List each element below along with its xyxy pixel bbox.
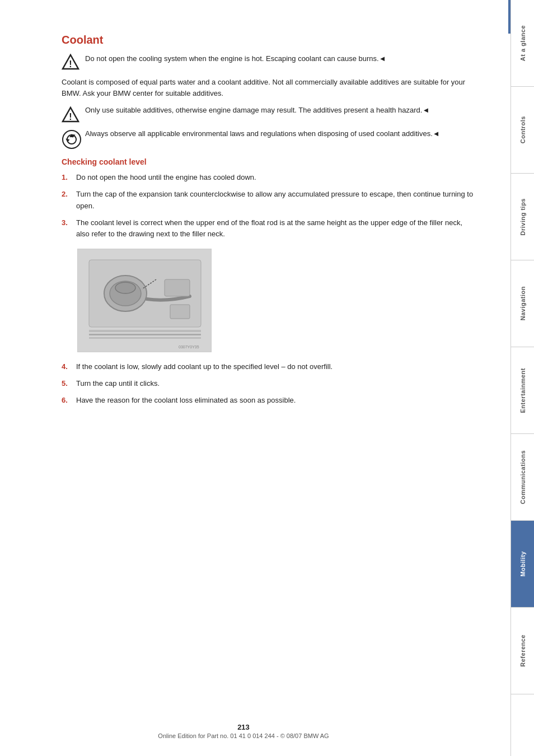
main-content: Coolant ! Do not open the cooling system… xyxy=(0,0,510,756)
warning-text-3: Always observe all applicable environmen… xyxy=(85,129,440,138)
sidebar-tab-label-navigation: Navigation xyxy=(519,286,526,320)
step-text-2: Turn the cap of the expansion tank count… xyxy=(76,189,477,211)
svg-rect-11 xyxy=(165,279,190,296)
sidebar-tab-communications[interactable]: Communications xyxy=(511,434,534,521)
svg-rect-13 xyxy=(89,330,201,332)
list-item-6: 6. Have the reason for the coolant loss … xyxy=(62,395,477,406)
sidebar-tab-label-controls: Controls xyxy=(519,116,526,143)
sidebar-tab-label-mobility: Mobility xyxy=(519,551,526,577)
warning-block-3: Always observe all applicable environmen… xyxy=(62,129,477,147)
step-text-4: If the coolant is low, slowly add coolan… xyxy=(76,361,332,372)
step-text-5: Turn the cap until it clicks. xyxy=(76,378,160,389)
svg-rect-12 xyxy=(170,305,190,319)
list-item-4: 4. If the coolant is low, slowly add coo… xyxy=(62,361,477,372)
page-number: 213 xyxy=(0,723,487,731)
warning-triangle-icon-1: ! xyxy=(62,53,79,71)
list-item-1: 1. Do not open the hood until the engine… xyxy=(62,172,477,183)
svg-text:!: ! xyxy=(69,112,72,122)
step-number-3: 3. xyxy=(62,217,72,240)
sidebar-tab-driving-tips[interactable]: Driving tips xyxy=(511,174,534,260)
sidebar-tab-reference[interactable]: Reference xyxy=(511,608,534,694)
subsection-title: Checking coolant level xyxy=(62,157,477,166)
sidebar-tab-label-reference: Reference xyxy=(519,634,526,667)
list-item-3: 3. The coolant level is correct when the… xyxy=(62,217,477,240)
step-number-6: 6. xyxy=(62,395,72,406)
warning-block-2: ! Only use suitable additives, otherwise… xyxy=(62,106,477,124)
sidebar-tab-controls[interactable]: Controls xyxy=(511,87,534,174)
warning-block-1: ! Do not open the cooling system when th… xyxy=(62,53,477,71)
svg-point-9 xyxy=(115,282,135,293)
sidebar-tab-label-at-a-glance: At a glance xyxy=(519,25,526,61)
sidebar-tab-label-entertainment: Entertainment xyxy=(519,368,526,413)
list-item-5: 5. Turn the cap until it clicks. xyxy=(62,378,477,389)
warning-text-2: Only use suitable additives, otherwise e… xyxy=(85,106,429,114)
svg-point-4 xyxy=(63,130,81,148)
svg-rect-15 xyxy=(89,337,201,339)
step-number-2: 2. xyxy=(62,189,72,211)
svg-rect-14 xyxy=(89,334,201,335)
sidebar-tab-at-a-glance[interactable]: At a glance xyxy=(511,0,534,87)
copyright-text: Online Edition for Part no. 01 41 0 014 … xyxy=(0,732,487,739)
sidebar-tab-mobility[interactable]: Mobility xyxy=(511,521,534,608)
step-number-4: 4. xyxy=(62,361,72,372)
svg-text:!: ! xyxy=(69,59,72,69)
step-text-1: Do not open the hood until the engine ha… xyxy=(76,172,256,183)
step-text-3: The coolant level is correct when the up… xyxy=(76,217,477,240)
body-paragraph-1: Coolant is composed of equal parts water… xyxy=(62,77,477,99)
sidebar-tab-entertainment[interactable]: Entertainment xyxy=(511,347,534,434)
sidebar-tab-label-communications: Communications xyxy=(519,450,526,504)
page-footer: 213 Online Edition for Part no. 01 41 0 … xyxy=(0,723,487,739)
step-text-6: Have the reason for the coolant loss eli… xyxy=(76,395,296,406)
step-number-1: 1. xyxy=(62,172,72,183)
warning-text-1: Do not open the cooling system when the … xyxy=(85,53,386,64)
coolant-image: 0307Y0Y35 xyxy=(77,249,212,352)
eco-icon xyxy=(62,129,79,147)
sidebar-tab-label-driving-tips: Driving tips xyxy=(519,198,526,236)
sidebar: At a glance Controls Driving tips Naviga… xyxy=(510,0,534,756)
steps-list: 1. Do not open the hood until the engine… xyxy=(62,172,477,240)
svg-text:0307Y0Y35: 0307Y0Y35 xyxy=(179,345,199,349)
section-title: Coolant xyxy=(62,34,477,46)
warning-triangle-icon-2: ! xyxy=(62,106,79,124)
sidebar-tab-navigation[interactable]: Navigation xyxy=(511,260,534,347)
list-item-2: 2. Turn the cap of the expansion tank co… xyxy=(62,189,477,211)
step-number-5: 5. xyxy=(62,378,72,389)
steps-list-2: 4. If the coolant is low, slowly add coo… xyxy=(62,361,477,406)
